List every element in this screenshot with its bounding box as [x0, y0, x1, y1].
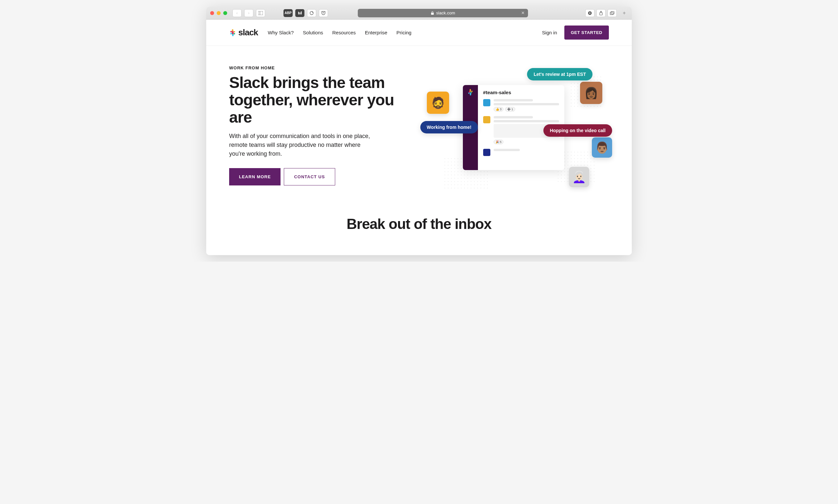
- reaction-badge: 👍 3: [494, 107, 504, 111]
- sign-in-link[interactable]: Sign in: [542, 30, 557, 35]
- message-line: [494, 103, 559, 105]
- get-started-button[interactable]: GET STARTED: [564, 25, 609, 40]
- hero-eyebrow: WORK FROM HOME: [229, 66, 404, 70]
- section-break-out: Break out of the inbox: [206, 203, 632, 242]
- tabs-icon[interactable]: [608, 9, 617, 17]
- message-avatar: [483, 99, 490, 106]
- section-headline: Break out of the inbox: [206, 216, 632, 232]
- message-line: [494, 120, 559, 122]
- reaction-badge: ➕ 1: [505, 107, 515, 111]
- maximize-window-icon[interactable]: [223, 11, 227, 15]
- minimize-window-icon[interactable]: [217, 11, 221, 15]
- share-icon[interactable]: [596, 9, 606, 17]
- contact-us-button[interactable]: CONTACT US: [284, 168, 335, 185]
- extension-icon[interactable]: [295, 9, 304, 17]
- message-avatar: [483, 149, 490, 156]
- message-avatar: [483, 116, 490, 123]
- svg-point-6: [312, 12, 313, 13]
- chat-bubble: Working from home!: [420, 121, 478, 133]
- svg-rect-11: [611, 12, 614, 14]
- sidebar-toggle-icon[interactable]: [256, 9, 265, 17]
- adblock-extension-icon[interactable]: ABP: [283, 9, 293, 17]
- window-controls: [210, 11, 227, 15]
- channel-name: #team-sales: [483, 90, 559, 95]
- nav-resources[interactable]: Resources: [332, 30, 356, 35]
- extension-icon[interactable]: [307, 9, 316, 17]
- reaction-badge: 🎉 5: [494, 140, 504, 144]
- slack-logo-icon: [229, 29, 236, 36]
- person-avatar: 👨🏽: [592, 137, 612, 158]
- svg-rect-0: [258, 11, 263, 15]
- browser-window: ‹ › ABP slack.com ✕: [206, 6, 632, 255]
- learn-more-button[interactable]: LEARN MORE: [229, 168, 281, 185]
- svg-rect-7: [431, 13, 434, 15]
- browser-chrome: ‹ › ABP slack.com ✕: [206, 6, 632, 20]
- page-content: slack Why Slack? Solutions Resources Ent…: [206, 20, 632, 255]
- hero-subcopy: With all of your communication and tools…: [229, 132, 373, 158]
- back-button[interactable]: ‹: [232, 9, 242, 17]
- lock-icon: [431, 11, 434, 15]
- nav-why-slack[interactable]: Why Slack?: [268, 30, 294, 35]
- svg-rect-10: [610, 12, 613, 15]
- slack-icon: [467, 89, 474, 95]
- pocket-extension-icon[interactable]: [319, 9, 328, 17]
- message-line: [494, 116, 533, 119]
- svg-rect-2: [298, 12, 299, 14]
- message-line: [494, 99, 533, 102]
- address-bar[interactable]: slack.com ✕: [358, 9, 528, 17]
- slack-logo[interactable]: slack: [229, 28, 258, 38]
- message-line: [494, 149, 520, 151]
- hero-illustration: #team-sales 👍 3 ➕ 1: [417, 66, 609, 190]
- site-header: slack Why Slack? Solutions Resources Ent…: [206, 20, 632, 46]
- nav-solutions[interactable]: Solutions: [303, 30, 323, 35]
- stop-reload-icon[interactable]: ✕: [521, 11, 525, 15]
- url-text: slack.com: [436, 11, 455, 15]
- svg-rect-3: [299, 13, 300, 14]
- nav-enterprise[interactable]: Enterprise: [365, 30, 387, 35]
- main-nav: Why Slack? Solutions Resources Enterpris…: [268, 30, 412, 35]
- svg-rect-4: [301, 12, 302, 14]
- slack-logo-text: slack: [238, 28, 258, 38]
- hero-section: WORK FROM HOME Slack brings the team tog…: [206, 46, 632, 203]
- close-window-icon[interactable]: [210, 11, 214, 15]
- nav-pricing[interactable]: Pricing: [397, 30, 412, 35]
- person-avatar: 🧔: [427, 92, 449, 114]
- person-avatar: 👩🏾: [580, 82, 602, 104]
- person-avatar: 👩🏻‍🦳: [569, 167, 589, 187]
- new-tab-button[interactable]: +: [621, 6, 628, 20]
- hero-headline: Slack brings the team together, wherever…: [229, 74, 404, 126]
- chat-bubble: Let's review at 1pm EST: [527, 68, 593, 80]
- downloads-icon[interactable]: [585, 9, 594, 17]
- forward-button[interactable]: ›: [244, 9, 254, 17]
- chat-bubble: Hopping on the video call: [543, 124, 612, 137]
